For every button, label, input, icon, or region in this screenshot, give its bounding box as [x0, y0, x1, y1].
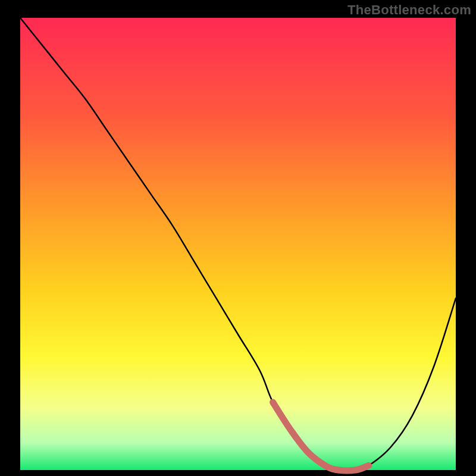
bottleneck-chart	[0, 0, 476, 476]
chart-outer-frame: TheBottleneck.com	[0, 0, 476, 476]
plot-background	[20, 18, 456, 470]
